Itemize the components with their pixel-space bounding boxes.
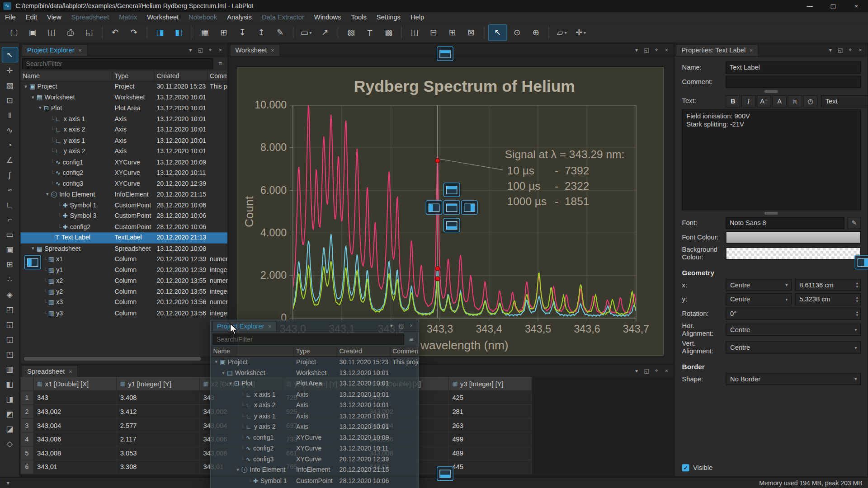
edit-font-icon[interactable]: ✎ — [848, 217, 861, 229]
splitter-grip[interactable] — [764, 212, 778, 215]
floating-search-input[interactable] — [212, 333, 404, 344]
floating-row-config3-9[interactable]: └∿config3XYCurve20.12.2020 12:39 — [211, 454, 419, 465]
import-data-button[interactable]: ↧ — [234, 25, 251, 40]
table-cell[interactable]: 343,008 — [34, 446, 117, 460]
dock-menu-icon[interactable]: ▾ — [632, 366, 642, 375]
add-image-tool-button[interactable]: ▣ — [2, 242, 17, 257]
vertical-layout-button[interactable]: ◫ — [406, 25, 424, 40]
shade-tl-tool-button[interactable]: ◩ — [2, 407, 17, 421]
save-project-button[interactable]: ◫ — [42, 25, 60, 40]
column-header-created[interactable]: Created — [155, 71, 208, 81]
column-header-x1-double-x[interactable]: ▥x1 [Double] [X] — [34, 377, 117, 391]
dock-close-icon[interactable]: × — [215, 45, 225, 55]
titlebar[interactable]: ∿ C:/temp/bin/data/labplot2/examples/Gen… — [0, 0, 868, 13]
insert-symbol-button[interactable]: π — [788, 95, 802, 108]
explorer-row-config1-7[interactable]: └∿config1XYCurve13.12.2020 10:09 — [20, 157, 227, 168]
toggle-project-explorer-button[interactable]: ◨ — [151, 25, 169, 40]
shade-br-tool-button[interactable]: ◪ — [2, 422, 17, 436]
menu-data-extractor[interactable]: Data Extractor — [257, 12, 309, 23]
floating-row-project-0[interactable]: ▾▣ProjectProject30.11.2020 15:23This pro… — [211, 357, 419, 368]
expander-icon[interactable]: ▾ — [220, 368, 226, 379]
minimize-button[interactable]: — — [798, 0, 821, 12]
explorer-row-text-label-14[interactable]: └TText LabelTextLabel20.12.2020 21:13 — [20, 232, 227, 243]
floating-row-worksheet-1[interactable]: ▾▤WorksheetWorksheet13.12.2020 10:01 — [211, 368, 419, 379]
add-image-button[interactable]: ▩ — [380, 25, 397, 40]
dock-menu-icon[interactable]: ▾ — [826, 45, 835, 55]
superscript-button[interactable]: A⁺ — [757, 95, 771, 108]
shape-tool-button[interactable]: ◇ — [2, 436, 17, 451]
navigate-mode-button[interactable]: ⊙ — [508, 25, 526, 40]
table-cell[interactable]: 3.053 — [117, 446, 200, 460]
add-text-label-button[interactable]: T — [361, 25, 378, 40]
tab-properties[interactable]: Properties: Text Label × — [676, 44, 759, 56]
explorer-row-x2-18[interactable]: └▥x2Column20.12.2020 13:55numerical — [20, 276, 227, 286]
row-number[interactable]: 4 — [20, 433, 33, 447]
dock-close-icon[interactable]: × — [661, 45, 671, 55]
menu-windows[interactable]: Windows — [309, 12, 346, 23]
maximize-button[interactable]: ▢ — [821, 0, 844, 12]
column-header-commen[interactable]: Commen — [390, 347, 418, 357]
print-button[interactable]: ⎙ — [61, 25, 79, 40]
visible-checkbox[interactable]: ✓ — [682, 464, 689, 471]
floating-row-x-axis-2-4[interactable]: └∟x axis 2Axis13.12.2020 10:01 — [211, 400, 419, 411]
custom-point-marker[interactable] — [435, 277, 440, 281]
menu-worksheet[interactable]: Worksheet — [142, 12, 184, 23]
menu-tools[interactable]: Tools — [346, 12, 371, 23]
table-cell[interactable]: 2.117 — [117, 433, 200, 447]
menu-analysis[interactable]: Analysis — [222, 12, 257, 23]
insert-datetime-button[interactable]: ◷ — [803, 95, 818, 108]
table-cell[interactable]: 3.408 — [117, 391, 200, 405]
x-offset-spinbox[interactable]: 8,61136 cm ▴▾ — [795, 279, 861, 291]
explorer-hscrollbar[interactable] — [23, 357, 226, 361]
cursor-line-tool-button[interactable]: ‖ — [2, 108, 17, 122]
scrollbar-thumb[interactable] — [24, 357, 201, 361]
explorer-row-y3-21[interactable]: └▥y3Column20.12.2020 13:56integer da — [20, 308, 227, 319]
table-cell[interactable]: 445 — [449, 460, 532, 474]
explorer-row-y2-19[interactable]: └▥y2Column20.12.2020 13:55integer da — [20, 286, 227, 297]
label-text-editor[interactable]: Field ionisation: 900V Stark splitting: … — [682, 109, 861, 210]
explorer-row-x-axis-2-4[interactable]: └∟x axis 2Axis13.12.2020 10:01 — [20, 125, 227, 136]
expander-icon[interactable]: ▾ — [44, 189, 50, 200]
dock-float-icon[interactable]: ◱ — [642, 366, 651, 375]
table-cell[interactable]: 489 — [449, 446, 532, 460]
column-header-name[interactable]: Name — [211, 347, 294, 357]
floating-window-titlebar[interactable]: Project Explorer × ▾◱× — [211, 320, 419, 332]
floating-project-explorer-window[interactable]: Project Explorer × ▾◱× ≡ NameTypeCreated… — [210, 320, 419, 488]
explorer-row-project-0[interactable]: ▾▣ProjectProject30.11.2020 15:23This pro… — [20, 81, 227, 92]
spin-down-icon[interactable]: ▾ — [856, 314, 858, 317]
add-legend-tool-button[interactable]: ▭ — [2, 227, 17, 242]
y-axis-title[interactable]: Count — [243, 196, 255, 227]
tab-close-icon[interactable]: × — [69, 368, 72, 374]
floating-row-y-axis-1-5[interactable]: └∟y axis 1Axis13.12.2020 10:01 — [211, 411, 419, 422]
layout-tl-tool-button[interactable]: ◰ — [2, 302, 17, 317]
expander-icon[interactable]: ▾ — [30, 92, 36, 103]
column-header-type[interactable]: Type — [294, 347, 337, 357]
layout-br-tool-button[interactable]: ◲ — [2, 332, 17, 347]
add-points-tool-button[interactable]: ∴ — [2, 272, 17, 286]
explorer-search-input[interactable] — [22, 58, 213, 69]
table-cell[interactable]: 2.577 — [117, 419, 200, 433]
explorer-row-x3-20[interactable]: └▥x3Column20.12.2020 13:56numerical — [20, 297, 227, 308]
spin-down-icon[interactable]: ▾ — [856, 285, 858, 288]
tab-close-icon[interactable]: × — [268, 324, 272, 329]
explorer-row-info-element-10[interactable]: ▾ⓘInfo ElementInfoElement20.12.2020 21:1… — [20, 189, 227, 200]
add-axis-tool-button[interactable]: ∟ — [2, 197, 17, 212]
explorer-row-x-axis-1-3[interactable]: └∟x axis 1Axis13.12.2020 10:01 — [20, 114, 227, 125]
menu-settings[interactable]: Settings — [372, 12, 406, 23]
font-size-button[interactable]: A — [772, 95, 787, 108]
table-cell[interactable]: 343,004 — [34, 419, 117, 433]
toolbar-overflow-button[interactable]: ▾ — [0, 480, 16, 486]
dock-menu-icon[interactable]: ▾ — [185, 45, 195, 55]
explorer-row-symbol-3-12[interactable]: └✚Symbol 3CustomPoint28.12.2020 10:06 — [20, 211, 227, 222]
smooth-tool-button[interactable]: ≈ — [2, 183, 17, 197]
floating-row-config1-7[interactable]: └∿config1XYCurve13.12.2020 10:09 — [211, 432, 419, 443]
open-project-button[interactable]: ▣ — [24, 25, 42, 40]
reference-line-tool-button[interactable]: ⌐ — [2, 212, 17, 227]
column-header-y3-integer-y[interactable]: ▥y3 [Integer] [Y] — [449, 377, 532, 391]
dock-pin-icon[interactable]: ⌖ — [651, 366, 661, 375]
dock-close-icon[interactable]: × — [406, 320, 416, 330]
add-column-tool-button[interactable]: ▥ — [2, 362, 17, 376]
zoom-select-button[interactable]: ▱▾ — [553, 25, 571, 40]
table-cell[interactable]: 499 — [449, 433, 532, 447]
shade-right-tool-button[interactable]: ◨ — [2, 392, 17, 406]
